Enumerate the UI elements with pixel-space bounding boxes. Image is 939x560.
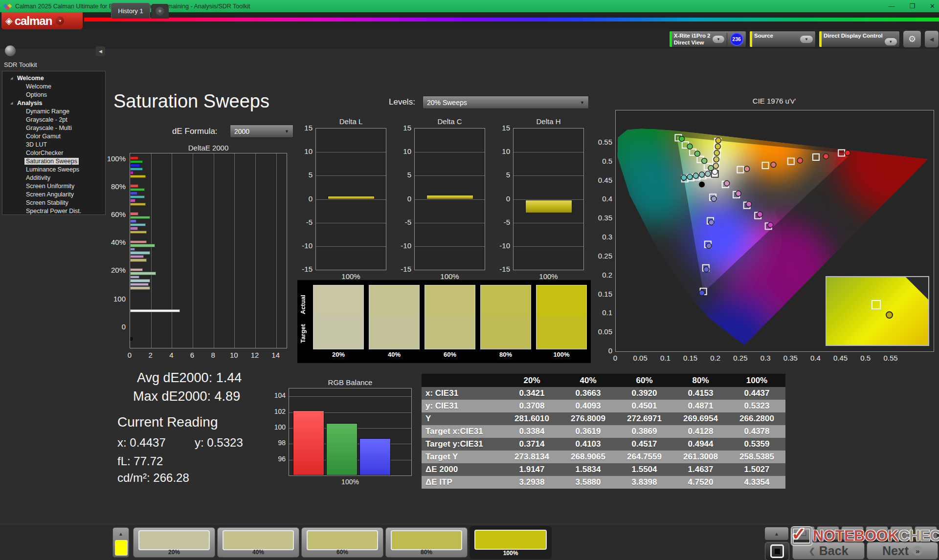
swatch-80%: [480, 285, 531, 349]
gridline: [316, 175, 386, 176]
row-label: Y: [422, 414, 504, 424]
group-label-60%: 60%: [101, 210, 126, 218]
sidebar-item-screen-stability[interactable]: Screen Stability: [2, 198, 105, 207]
cie-y-tick: 0.5: [594, 157, 612, 165]
y-tick-label: 15: [296, 124, 313, 132]
cell-value: 0.3663: [560, 388, 616, 398]
panel-collapse-right-button[interactable]: ◀: [924, 30, 939, 48]
reading-x: x: 0.4437: [117, 436, 166, 450]
bar-magenta: [130, 171, 134, 174]
bar-group-0: [130, 337, 287, 341]
bar-group-100: [130, 309, 287, 313]
de-formula-dropdown[interactable]: 2000 ▼: [230, 125, 293, 138]
chevron-down-icon[interactable]: ▼: [800, 36, 813, 43]
table-row: Target Y273.8134268.9065264.7559261.3008…: [422, 451, 785, 463]
cie-x-tick: 0.05: [630, 354, 650, 362]
sidebar-item-screen-angularity[interactable]: Screen Angularity: [2, 190, 105, 198]
pattern-tile-20%[interactable]: 20%: [133, 527, 215, 558]
close-button[interactable]: ✕: [930, 0, 935, 12]
add-tab-button[interactable]: +: [151, 4, 169, 19]
minimize-button[interactable]: —: [888, 0, 894, 12]
cie-y-tick: 0.2: [594, 271, 612, 279]
collapse-up-button-right[interactable]: ▲: [765, 527, 788, 540]
sidebar-group-label: Analysis: [17, 100, 42, 107]
reading-y: y: 0.5323: [195, 436, 243, 450]
sidebar-item-colorchecker[interactable]: ColorChecker: [2, 149, 105, 157]
y-tick-label: 0: [493, 194, 510, 203]
stop-icon: [770, 544, 784, 558]
levels-dropdown[interactable]: 20% Sweeps ▼: [423, 96, 589, 109]
table-row: x: CIE310.34210.36630.39200.41530.4437: [422, 387, 785, 400]
measured-magenta: [768, 222, 773, 228]
bar-red: [130, 268, 143, 272]
bar-group-40%: [130, 240, 287, 262]
sidebar-item-luminance-sweeps[interactable]: Luminance Sweeps: [2, 165, 105, 173]
meter-count-badge[interactable]: 236: [730, 33, 743, 46]
deltae-chart-title: DeltaE 2000: [130, 144, 287, 152]
sidebar-item-spectral-power-dist-[interactable]: Spectral Power Dist.: [2, 207, 105, 215]
cell-value: 0.4871: [672, 401, 729, 411]
x-tick-label: 4: [165, 351, 177, 359]
sidebar-item-additivity[interactable]: Additivity: [2, 173, 105, 182]
collapse-up-button[interactable]: ▲: [113, 528, 129, 539]
bar-group-80%: [130, 184, 287, 206]
bar-magenta: [130, 283, 149, 286]
chevron-down-icon[interactable]: ▼: [56, 17, 64, 25]
sidebar-item-saturation-sweeps[interactable]: Saturation Sweeps: [2, 157, 105, 165]
display-control-label: Direct Display Control: [824, 32, 883, 39]
stop-button[interactable]: [765, 542, 789, 560]
chevron-down-icon[interactable]: ▼: [885, 38, 897, 45]
sidebar-group-label: Welcome: [17, 75, 44, 82]
tab-history-1[interactable]: History 1: [111, 3, 150, 19]
black-measured: [699, 181, 705, 187]
sidebar-item-grayscale-multi[interactable]: Grayscale - Multi: [2, 124, 105, 132]
display-control-dropdown[interactable]: Direct Display Control ▼: [819, 31, 900, 47]
source-dropdown[interactable]: Source ▼: [749, 31, 816, 47]
settings-button[interactable]: ⚙: [903, 30, 921, 48]
pattern-tile-60%[interactable]: 60%: [301, 527, 383, 558]
pattern-preview-swatch: [115, 540, 128, 556]
swatch-20%: [313, 285, 364, 349]
sidebar-item-options[interactable]: Options: [2, 90, 105, 99]
pattern-tile-100%[interactable]: 100%: [470, 526, 552, 559]
cell-value: 1.9147: [504, 465, 560, 474]
delta-bar: [328, 196, 375, 200]
cell-value: 0.4093: [560, 401, 616, 411]
sidebar-group-welcome[interactable]: ◢Welcome: [2, 74, 105, 82]
measured-blue: [709, 220, 714, 225]
sidebar-item-3d-lut[interactable]: 3D LUT: [2, 140, 105, 149]
workflow-orb-icon[interactable]: [5, 45, 16, 56]
bar-magenta: [130, 255, 144, 258]
measured-yellow: [713, 163, 718, 169]
sidebar-item-welcome[interactable]: Welcome: [2, 82, 105, 90]
sidebar-item-color-gamut[interactable]: Color Gamut: [2, 132, 105, 140]
bar-yellow: [130, 231, 147, 234]
sidebar-item-grayscale-2pt[interactable]: Grayscale - 2pt: [2, 115, 105, 124]
sidebar-item-label: Luminance Sweeps: [24, 166, 81, 173]
y-tick-label: 104: [269, 391, 286, 399]
sidebar-collapse-button[interactable]: ◀: [96, 46, 105, 56]
pattern-tile-40%[interactable]: 40%: [217, 527, 299, 558]
calman-logo-button[interactable]: ◈ calman ▼: [1, 12, 83, 29]
sidebar-item-dynamic-range[interactable]: Dynamic Range: [2, 107, 105, 115]
cell-value: 273.8134: [504, 452, 560, 462]
chevron-down-icon[interactable]: ▼: [713, 36, 725, 43]
bar-blue: [130, 192, 137, 195]
cell-value: 0.5323: [729, 401, 785, 411]
sidebar-item-screen-uniformity[interactable]: Screen Uniformity: [2, 182, 105, 190]
tile-swatch: [307, 530, 378, 550]
notebookcheck-watermark: ✓ NOTEBOOK CHECK: [791, 527, 939, 545]
cell-value: 272.6971: [616, 414, 672, 424]
cell-value: 264.7559: [616, 452, 672, 462]
pattern-tile-80%[interactable]: 80%: [385, 527, 468, 558]
tab-label: History 1: [118, 7, 143, 15]
cell-value: 0.4517: [616, 439, 672, 449]
cie-y-tick: 0.3: [594, 233, 612, 241]
gridline: [316, 246, 386, 247]
sidebar-group-analysis[interactable]: ◢Analysis: [2, 99, 105, 107]
y-tick-label: 5: [493, 171, 510, 179]
restore-button[interactable]: ❐: [909, 0, 915, 12]
cell-value: 281.6010: [504, 414, 560, 424]
meter-dropdown[interactable]: X-Rite i1Pro 2 Direct View ▼ 236: [669, 31, 746, 47]
measured-yellow: [715, 138, 721, 143]
